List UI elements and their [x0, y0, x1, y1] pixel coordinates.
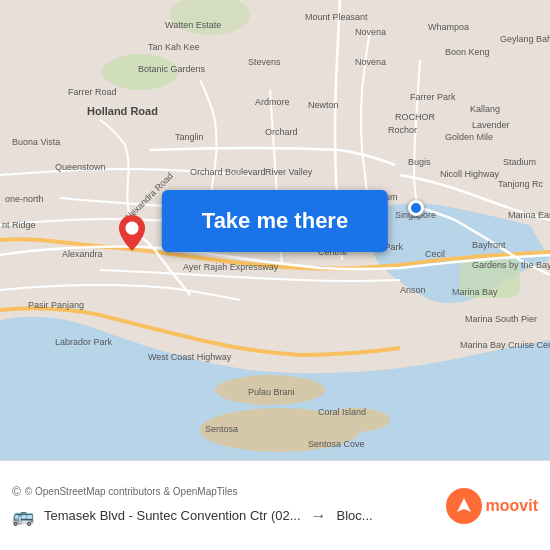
- svg-text:Boon Keng: Boon Keng: [445, 47, 490, 57]
- bottom-bar: © © OpenStreetMap contributors & OpenMap…: [0, 460, 550, 550]
- moovit-logo-icon: [446, 488, 482, 524]
- svg-text:Pasir Panjang: Pasir Panjang: [28, 300, 84, 310]
- from-stop-label: Temasek Blvd - Suntec Convention Ctr (02…: [44, 508, 301, 523]
- moovit-logo-text: moovit: [486, 497, 538, 515]
- svg-text:Farrer Park: Farrer Park: [410, 92, 456, 102]
- svg-text:Orchard: Orchard: [265, 127, 298, 137]
- svg-text:West Coast Highway: West Coast Highway: [148, 352, 232, 362]
- svg-point-62: [125, 222, 138, 235]
- svg-text:Bugis: Bugis: [408, 157, 431, 167]
- osm-text: © OpenStreetMap contributors & OpenMapTi…: [25, 486, 238, 497]
- svg-text:Tan Kah Kee: Tan Kah Kee: [148, 42, 200, 52]
- svg-text:Nicoll Highway: Nicoll Highway: [440, 169, 500, 179]
- svg-text:ROCHOR: ROCHOR: [395, 112, 435, 122]
- svg-text:Ayer Rajah Expressway: Ayer Rajah Expressway: [183, 262, 279, 272]
- svg-text:Gardens by the Bay: Gardens by the Bay: [472, 260, 550, 270]
- svg-text:Buona Vista: Buona Vista: [12, 137, 60, 147]
- svg-text:Holland Road: Holland Road: [87, 105, 158, 117]
- to-stop-label: Bloc...: [337, 508, 373, 523]
- svg-text:Farrer Road: Farrer Road: [68, 87, 117, 97]
- osm-icon: ©: [12, 485, 21, 499]
- svg-text:Anson: Anson: [400, 285, 426, 295]
- svg-text:Sentosa Cove: Sentosa Cove: [308, 439, 365, 449]
- svg-text:Marina South Pier: Marina South Pier: [465, 314, 537, 324]
- svg-text:Queenstown: Queenstown: [55, 162, 106, 172]
- svg-text:Ardmore: Ardmore: [255, 97, 290, 107]
- arrow-icon: →: [311, 507, 327, 525]
- svg-text:Stevens: Stevens: [248, 57, 281, 67]
- destination-dot: [408, 200, 424, 216]
- svg-text:Labrador Park: Labrador Park: [55, 337, 113, 347]
- svg-text:nt Ridge: nt Ridge: [2, 220, 36, 230]
- svg-text:Mount Pleasant: Mount Pleasant: [305, 12, 368, 22]
- svg-text:Newton: Newton: [308, 100, 339, 110]
- svg-text:Sentosa: Sentosa: [205, 424, 238, 434]
- svg-text:Botanic Gardens: Botanic Gardens: [138, 64, 206, 74]
- svg-text:Whampoa: Whampoa: [428, 22, 469, 32]
- svg-text:Kallang: Kallang: [470, 104, 500, 114]
- svg-text:Marina East: Marina East: [508, 210, 550, 220]
- svg-text:Tanjong Rc: Tanjong Rc: [498, 179, 544, 189]
- svg-text:Tanglin: Tanglin: [175, 132, 204, 142]
- location-marker: [118, 215, 150, 255]
- svg-text:Cecil: Cecil: [425, 249, 445, 259]
- svg-text:Pulau Brani: Pulau Brani: [248, 387, 295, 397]
- svg-text:Lavender: Lavender: [472, 120, 510, 130]
- svg-text:Novena: Novena: [355, 27, 386, 37]
- svg-text:Watten Estate: Watten Estate: [165, 20, 221, 30]
- svg-text:Rochor: Rochor: [388, 125, 417, 135]
- take-me-there-button[interactable]: Take me there: [162, 190, 388, 252]
- bus-icon: 🚌: [12, 505, 34, 527]
- svg-text:Marina Bay: Marina Bay: [452, 287, 498, 297]
- svg-text:Novena: Novena: [355, 57, 386, 67]
- svg-text:Marina Bay Cruise Centre: Marina Bay Cruise Centre: [460, 340, 550, 350]
- svg-text:Golden Mile: Golden Mile: [445, 132, 493, 142]
- svg-text:one-north: one-north: [5, 194, 44, 204]
- svg-text:Orchard Boulevard: Orchard Boulevard: [190, 167, 266, 177]
- svg-text:Alexandra: Alexandra: [62, 249, 103, 259]
- svg-text:Bayfront: Bayfront: [472, 240, 506, 250]
- svg-text:Coral Island: Coral Island: [318, 407, 366, 417]
- svg-text:River Valley: River Valley: [265, 167, 313, 177]
- svg-text:Stadium: Stadium: [503, 157, 536, 167]
- svg-text:Geylang Bahn: Geylang Bahn: [500, 34, 550, 44]
- map-container: Watten Estate Tan Kah Kee Mount Pleasant…: [0, 0, 550, 460]
- moovit-logo: moovit: [446, 488, 538, 524]
